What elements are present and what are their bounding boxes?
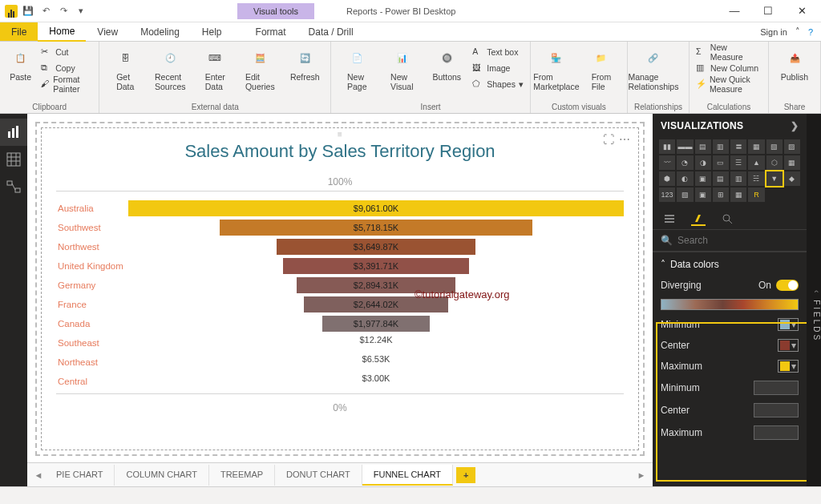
sheet-next-button[interactable]: ► — [635, 470, 648, 480]
analytics-tab-icon[interactable] — [720, 212, 734, 226]
viz-gallery-item[interactable]: ▥ — [713, 139, 729, 154]
maximum-value-input[interactable] — [754, 425, 799, 440]
enter-data-button[interactable]: ⌨Enter Data — [196, 45, 234, 91]
view-tab[interactable]: View — [86, 23, 129, 41]
textbox-button[interactable]: AText box — [472, 45, 524, 59]
recent-sources-button[interactable]: 🕘Recent Sources — [151, 45, 189, 91]
new-page-button[interactable]: 📄New Page — [338, 45, 376, 91]
format-painter-button[interactable]: 🖌Format Painter — [41, 77, 92, 91]
close-button[interactable]: ✕ — [786, 0, 818, 22]
viz-gallery-item[interactable]: ⊞ — [713, 187, 729, 202]
paste-button[interactable]: 📋 Paste — [6, 45, 34, 82]
model-view-button[interactable] — [0, 173, 27, 200]
sheet-prev-button[interactable]: ◄ — [32, 470, 45, 480]
shapes-button[interactable]: ⬠Shapes ▾ — [472, 77, 524, 91]
ribbon-collapse-icon[interactable]: ˄ — [795, 26, 800, 37]
file-tab[interactable]: File — [0, 22, 38, 41]
qat-dropdown-icon[interactable]: ▾ — [74, 4, 88, 18]
visual-grip-icon[interactable]: ≡ — [338, 130, 342, 139]
report-canvas[interactable]: ≡ ⛶ ⋯ Sales Amount by Sales Territory Re… — [35, 122, 645, 456]
viz-gallery-item[interactable]: 〓 — [730, 139, 746, 154]
from-marketplace-button[interactable]: 🏪From Marketplace — [537, 45, 576, 91]
viz-gallery-item[interactable]: ◔ — [677, 155, 693, 170]
visual-options-icon[interactable]: ⋯ — [619, 133, 630, 146]
sheet-tab[interactable]: COLUMN CHART — [115, 465, 208, 486]
report-view-button[interactable] — [0, 119, 27, 146]
sheet-tab[interactable]: PIE CHART — [45, 465, 115, 486]
image-button[interactable]: 🖼Image — [472, 61, 524, 75]
minimum-value-input[interactable] — [754, 381, 799, 395]
buttons-button[interactable]: 🔘Buttons — [427, 45, 466, 82]
sheet-tab[interactable]: FUNNEL CHART — [362, 465, 453, 486]
new-column-button[interactable]: ▥New Column — [696, 61, 762, 75]
publish-button[interactable]: 📤Publish — [775, 45, 814, 82]
viz-gallery-item[interactable]: ▨ — [784, 139, 800, 154]
viz-gallery-item[interactable]: ▬▬ — [677, 139, 693, 154]
viz-gallery-item[interactable]: ▣ — [695, 171, 711, 186]
viz-gallery-item[interactable]: R — [748, 187, 764, 202]
get-data-button[interactable]: 🗄Get Data — [106, 45, 144, 91]
format-search-input[interactable] — [677, 235, 799, 246]
data-view-button[interactable] — [0, 146, 27, 173]
save-icon[interactable]: 💾 — [21, 4, 35, 18]
viz-gallery-item[interactable]: ◆ — [784, 171, 800, 186]
viz-gallery-item[interactable]: ▲ — [748, 155, 764, 170]
viz-gallery-item[interactable]: ▤ — [695, 139, 711, 154]
new-measure-button[interactable]: ΣNew Measure — [696, 45, 762, 59]
home-tab[interactable]: Home — [38, 22, 86, 42]
viz-gallery-item[interactable]: ☰ — [730, 155, 746, 170]
help-tab[interactable]: Help — [191, 23, 233, 41]
viz-gallery-item[interactable]: 〰 — [659, 155, 675, 170]
fields-tab-icon[interactable] — [662, 212, 677, 226]
modeling-tab[interactable]: Modeling — [129, 23, 191, 41]
cut-button[interactable]: ✂Cut — [41, 45, 92, 59]
data-colors-section-header[interactable]: ˄ Data colors — [653, 252, 807, 276]
funnel-bar[interactable]: $3,649.87K — [277, 239, 476, 255]
viz-gallery-item[interactable]: ▤ — [713, 171, 729, 186]
help-icon[interactable]: ? — [808, 27, 813, 37]
center-value-input[interactable] — [754, 403, 799, 417]
viz-gallery-item[interactable]: ⬡ — [766, 155, 783, 170]
maximum-color-picker[interactable]: ▾ — [778, 360, 799, 373]
viz-gallery-item[interactable]: ▣ — [695, 187, 711, 202]
viz-gallery-item[interactable]: ▦ — [748, 139, 764, 154]
funnel-visual[interactable]: ≡ ⛶ ⋯ Sales Amount by Sales Territory Re… — [42, 128, 638, 450]
viz-gallery-item[interactable]: ☵ — [748, 171, 764, 186]
minimize-button[interactable]: — — [718, 0, 750, 22]
refresh-button[interactable]: 🔄Refresh — [285, 45, 324, 82]
viz-gallery-item[interactable]: 123 — [659, 187, 675, 202]
edit-queries-button[interactable]: 🧮Edit Queries — [241, 45, 279, 91]
from-file-button[interactable]: 📁From File — [582, 45, 621, 91]
collapse-pane-icon[interactable]: ❯ — [791, 120, 799, 131]
format-tab[interactable]: Format — [245, 23, 297, 41]
funnel-bar[interactable]: $5,718.15K — [220, 220, 532, 236]
copy-button[interactable]: ⧉Copy — [41, 61, 92, 75]
viz-gallery-item[interactable]: ▥ — [730, 171, 746, 186]
funnel-bar[interactable]: $9,061.00K — [128, 200, 624, 216]
center-color-picker[interactable]: ▾ — [778, 339, 799, 352]
new-visual-button[interactable]: 📊New Visual — [382, 45, 421, 91]
sign-in-link[interactable]: Sign in — [760, 27, 787, 37]
viz-gallery-item[interactable]: ▦ — [730, 187, 746, 202]
diverging-toggle[interactable] — [776, 280, 799, 291]
funnel-bar[interactable]: $3,391.71K — [283, 258, 468, 274]
viz-gallery-item[interactable]: ▼ — [766, 171, 783, 186]
redo-icon[interactable]: ↷ — [56, 4, 71, 18]
minimum-color-picker[interactable]: ▾ — [778, 318, 799, 331]
fields-pane-collapsed[interactable]: ‹ FIELDS — [807, 114, 821, 486]
new-quick-measure-button[interactable]: ⚡New Quick Measure — [696, 77, 762, 91]
maximize-button[interactable]: ☐ — [752, 0, 784, 22]
viz-gallery-item[interactable]: ▮▮ — [659, 139, 675, 154]
sheet-tab[interactable]: TREEMAP — [209, 465, 275, 486]
viz-gallery-item[interactable]: ▭ — [713, 155, 729, 170]
viz-gallery-item[interactable]: ▧ — [766, 139, 783, 154]
add-sheet-button[interactable]: + — [456, 467, 475, 483]
manage-relationships-button[interactable]: 🔗Manage Relationships — [634, 45, 673, 91]
undo-icon[interactable]: ↶ — [38, 4, 53, 18]
viz-gallery-item[interactable]: ⬢ — [659, 171, 675, 186]
viz-gallery-item[interactable]: ▧ — [677, 187, 693, 202]
viz-gallery-item[interactable]: ◐ — [677, 171, 693, 186]
funnel-bar[interactable]: $1,977.84K — [322, 316, 431, 332]
viz-gallery-item[interactable]: ◑ — [695, 155, 711, 170]
sheet-tab[interactable]: DONUT CHART — [275, 465, 362, 486]
